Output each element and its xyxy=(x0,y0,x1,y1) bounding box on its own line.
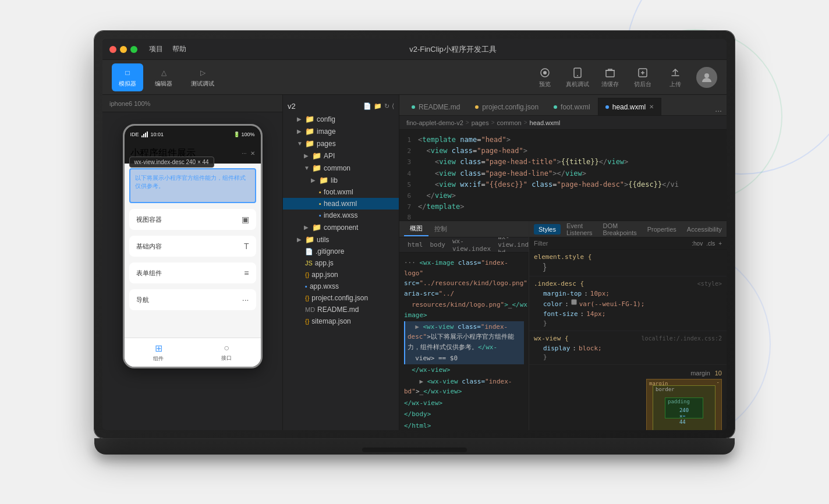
folder-icon: 📁 xyxy=(305,115,314,123)
style-rule-wx-view: wx-view { localfile:/.index.css:2 displa… xyxy=(529,331,727,365)
tree-item-pages[interactable]: ▼ 📁 pages xyxy=(283,137,399,150)
screen: 项目 帮助 v2-FinClip小程序开发工具 □ 模拟器 △ 编辑器 xyxy=(102,39,727,430)
tab-head-wxml[interactable]: head.wxml ✕ xyxy=(598,98,661,115)
tab-foot-wxml[interactable]: foot.wxml xyxy=(546,98,598,115)
tree-item-label: sitemap.json xyxy=(311,317,350,325)
phone-section-form[interactable]: 表单组件 ≡ xyxy=(129,262,256,283)
tree-item-app-wxss[interactable]: ▶ ▪ app.wxss xyxy=(283,281,399,292)
tab-label: head.wxml xyxy=(612,103,646,111)
styles-tab-dom-breakpoints[interactable]: DOM Breakpoints xyxy=(598,221,642,238)
breadcrumb-item-3: common xyxy=(497,119,522,126)
element-tag-wx-view[interactable]: wx-view.index xyxy=(449,237,494,253)
upload-action[interactable]: 上传 xyxy=(664,66,687,88)
svg-rect-10 xyxy=(147,132,148,137)
phone-section-basic[interactable]: 基础内容 T xyxy=(129,236,256,257)
styles-tab-event-listeners[interactable]: Event Listeners xyxy=(562,221,597,238)
element-tag-html[interactable]: html xyxy=(404,240,427,250)
preview-tab-overview[interactable]: 概图 xyxy=(404,222,428,236)
breadcrumb-sep-1: > xyxy=(466,119,469,126)
phone-close-btn[interactable]: ✕ xyxy=(250,150,255,157)
folder-icon: 📁 xyxy=(305,235,314,244)
tab-close-btn[interactable]: ✕ xyxy=(649,104,654,110)
phone-bottom-nav: ⊞ 组件 ○ 接口 xyxy=(125,338,261,367)
code-editor[interactable]: 1 <template name="head"> 2 <view class="… xyxy=(399,130,727,221)
html-line: </wx-view> xyxy=(404,397,524,409)
real-machine-label: 真机调试 xyxy=(566,80,589,88)
toolbar-mode-buttons: □ 模拟器 △ 编辑器 ▷ 测试调试 xyxy=(112,63,221,91)
real-machine-action[interactable]: 真机调试 xyxy=(566,66,589,88)
phone-nav-api[interactable]: ○ 接口 xyxy=(221,343,232,362)
tree-item-lib[interactable]: ▶ 📁 lib xyxy=(283,174,399,186)
more-tabs-button[interactable]: ··· xyxy=(715,106,722,115)
phone-more-btn[interactable]: ··· xyxy=(242,150,246,157)
tab-readme[interactable]: README.md xyxy=(404,98,467,115)
cut-backend-action[interactable]: 切后台 xyxy=(631,66,654,88)
phone-section-views[interactable]: 视图容器 ▣ xyxy=(129,209,256,230)
tree-new-file-icon[interactable]: 📄 xyxy=(363,102,371,110)
filter-input[interactable] xyxy=(534,240,688,247)
styles-tab-styles[interactable]: Styles xyxy=(534,224,561,235)
tree-item-label: utils xyxy=(317,236,329,244)
minimize-button[interactable] xyxy=(120,46,127,53)
tree-new-folder-icon[interactable]: 📁 xyxy=(374,102,382,110)
tree-refresh-icon[interactable]: ↻ xyxy=(384,102,389,110)
editor-panel: README.md project.config.json foot.wxml xyxy=(399,95,727,430)
phone-section-nav[interactable]: 导航 ··· xyxy=(129,289,256,310)
tab-project-config[interactable]: project.config.json xyxy=(467,98,546,115)
test-button[interactable]: ▷ 测试调试 xyxy=(184,63,221,91)
upload-icon xyxy=(669,66,682,79)
tree-item-sitemap[interactable]: ▶ {} sitemap.json xyxy=(283,315,399,327)
tree-collapse-icon[interactable]: ⟨ xyxy=(392,102,394,110)
window-controls xyxy=(109,46,137,53)
left-panel: iphone6 100% IDE 10:01 xyxy=(102,95,283,430)
phone-section-basic-label: 基础内容 xyxy=(136,242,162,251)
tree-arrow: ▶ xyxy=(304,152,310,159)
tree-item-foot-wxml[interactable]: ▶ ▪ foot.wxml xyxy=(283,186,399,198)
filter-cls-btn[interactable]: .cls xyxy=(706,240,715,247)
svg-point-3 xyxy=(577,75,578,76)
tree-item-index-wxss[interactable]: ▶ ▪ index.wxss xyxy=(283,210,399,221)
close-button[interactable] xyxy=(109,46,116,53)
tree-item-head-wxml[interactable]: ▶ ▪ head.wxml xyxy=(283,198,399,210)
editor-button[interactable]: △ 编辑器 xyxy=(148,63,179,91)
tree-item-gitignore[interactable]: ▶ 📄 .gitignore xyxy=(283,246,399,257)
tab-dot xyxy=(475,105,479,109)
tree-item-label: API xyxy=(324,152,335,160)
simulate-button[interactable]: □ 模拟器 xyxy=(112,63,143,91)
tree-item-api[interactable]: ▶ 📁 API xyxy=(283,150,399,162)
menu-help[interactable]: 帮助 xyxy=(172,44,186,54)
tree-arrow: ▶ xyxy=(297,128,303,134)
file-icon-md: MD xyxy=(305,306,315,313)
tree-item-app-json[interactable]: ▶ {} app.json xyxy=(283,269,399,281)
bm-margin-val: - xyxy=(717,379,720,385)
line-num: 8 xyxy=(402,212,418,221)
box-model-margin-value: 10 xyxy=(715,370,722,377)
filter-plus-btn[interactable]: + xyxy=(718,240,722,247)
user-avatar[interactable] xyxy=(696,67,717,88)
tree-item-config[interactable]: ▶ 📁 config xyxy=(283,113,399,125)
laptop-base xyxy=(94,438,735,455)
tree-item-app-js[interactable]: ▶ JS app.js xyxy=(283,257,399,269)
preview-tab-control[interactable]: 控制 xyxy=(428,222,453,236)
clean-action[interactable]: 清缓存 xyxy=(598,66,622,88)
tree-item-utils[interactable]: ▶ 📁 utils xyxy=(283,233,399,246)
styles-tab-properties[interactable]: Properties xyxy=(643,224,681,235)
maximize-button[interactable] xyxy=(130,46,137,53)
filter-hov-btn[interactable]: :hov xyxy=(692,240,703,247)
breadcrumb-sep-2: > xyxy=(491,119,495,126)
preview-action[interactable]: 预览 xyxy=(533,66,557,88)
styles-tab-accessibility[interactable]: Accessibility xyxy=(682,224,727,235)
menu-project[interactable]: 项目 xyxy=(149,44,163,54)
html-elements-bar: html body wx-view.index wx-view.index-hd… xyxy=(399,237,529,253)
element-tag-body[interactable]: body xyxy=(427,240,449,250)
tree-item-image[interactable]: ▶ 📁 image xyxy=(283,125,399,137)
element-tag-wx-view-hd[interactable]: wx-view.index-hd xyxy=(494,237,529,253)
tree-item-readme[interactable]: ▶ MD README.md xyxy=(283,304,399,315)
tree-item-common[interactable]: ▼ 📁 common xyxy=(283,162,399,174)
highlighted-box: 以下将展示小程序官方组件能力，组件样式仅供参考。 xyxy=(129,168,256,203)
phone-nav-component[interactable]: ⊞ 组件 xyxy=(153,343,164,363)
tree-item-project-config[interactable]: ▶ {} project.config.json xyxy=(283,292,399,304)
file-icon-js: JS xyxy=(305,260,313,267)
tree-arrow: ▶ xyxy=(311,177,317,183)
tree-item-component[interactable]: ▶ 📁 component xyxy=(283,221,399,233)
